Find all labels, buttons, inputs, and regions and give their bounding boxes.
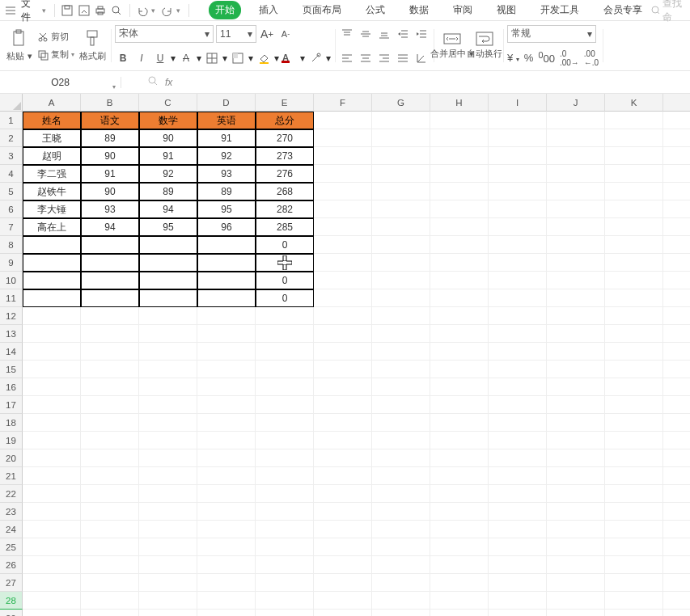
cell[interactable] <box>139 449 197 467</box>
cell[interactable] <box>605 574 663 592</box>
cell[interactable] <box>547 343 605 361</box>
cell[interactable] <box>663 485 690 503</box>
cell[interactable] <box>489 396 547 414</box>
cell[interactable] <box>430 396 489 414</box>
row-header-20[interactable]: 20 <box>0 449 23 467</box>
cell[interactable] <box>139 396 197 414</box>
cell[interactable] <box>314 129 372 147</box>
row-header-16[interactable]: 16 <box>0 378 23 396</box>
cell[interactable] <box>314 378 372 396</box>
cell[interactable] <box>314 467 372 485</box>
cell[interactable] <box>314 147 372 165</box>
cell[interactable] <box>430 307 489 325</box>
cell[interactable] <box>489 254 547 272</box>
col-header-A[interactable]: A <box>23 94 81 112</box>
cell[interactable] <box>430 538 489 556</box>
cell[interactable] <box>81 378 139 396</box>
cell[interactable] <box>605 254 663 272</box>
row-header-7[interactable]: 7 <box>0 218 23 236</box>
cell[interactable] <box>256 361 314 378</box>
cell[interactable] <box>256 343 314 361</box>
cell[interactable] <box>372 432 430 449</box>
select-all-corner[interactable] <box>0 94 23 112</box>
cell[interactable] <box>430 325 489 343</box>
cell[interactable] <box>605 361 663 378</box>
row-header-21[interactable]: 21 <box>0 467 23 485</box>
cell[interactable] <box>23 449 81 467</box>
cell[interactable] <box>430 200 489 218</box>
table-cell[interactable]: 89 <box>81 129 139 147</box>
cell[interactable] <box>81 396 139 414</box>
cell[interactable] <box>314 396 372 414</box>
cell[interactable] <box>547 200 605 218</box>
table-cell[interactable]: 91 <box>197 129 256 147</box>
table-header[interactable]: 英语 <box>197 112 256 129</box>
format-painter-button[interactable]: 格式刷 <box>78 29 107 62</box>
table-cell[interactable] <box>23 236 81 254</box>
cell[interactable] <box>547 289 605 307</box>
cell[interactable] <box>489 485 547 503</box>
name-box[interactable]: O28▾ <box>0 77 121 88</box>
table-cell[interactable]: 91 <box>139 147 197 165</box>
justify-icon[interactable] <box>395 50 411 66</box>
table-cell[interactable] <box>139 289 197 307</box>
cell[interactable] <box>197 432 256 449</box>
table-cell[interactable]: 276 <box>256 165 314 183</box>
cell[interactable] <box>547 538 605 556</box>
table-cell[interactable]: 李大锤 <box>23 200 81 218</box>
cell[interactable] <box>139 538 197 556</box>
cell[interactable] <box>372 289 430 307</box>
cell[interactable] <box>489 200 547 218</box>
cell[interactable] <box>547 218 605 236</box>
cell[interactable] <box>430 183 489 200</box>
cell[interactable] <box>489 236 547 254</box>
cell[interactable] <box>81 449 139 467</box>
table-cell[interactable] <box>197 289 256 307</box>
cell[interactable] <box>314 556 372 574</box>
redo-chevron-icon[interactable]: ▾ <box>176 6 180 15</box>
cell[interactable] <box>256 592 314 610</box>
undo-chevron-icon[interactable]: ▾ <box>151 6 155 15</box>
print-icon[interactable] <box>93 2 108 19</box>
cell[interactable] <box>256 503 314 521</box>
font-size-select[interactable]: 11▾ <box>216 25 256 43</box>
cell[interactable] <box>663 254 690 272</box>
cell[interactable] <box>430 343 489 361</box>
cell[interactable] <box>23 325 81 343</box>
col-header-D[interactable]: D <box>197 94 256 112</box>
table-cell[interactable]: 270 <box>256 129 314 147</box>
row-header-24[interactable]: 24 <box>0 521 23 538</box>
cell[interactable] <box>489 467 547 485</box>
cell[interactable] <box>372 378 430 396</box>
cell[interactable] <box>605 610 663 616</box>
cell[interactable] <box>605 556 663 574</box>
row-header-11[interactable]: 11 <box>0 289 23 307</box>
cell[interactable] <box>197 361 256 378</box>
cell[interactable] <box>139 592 197 610</box>
cell[interactable] <box>663 396 690 414</box>
cell[interactable] <box>663 521 690 538</box>
cell[interactable] <box>314 272 372 289</box>
table-cell[interactable]: 273 <box>256 147 314 165</box>
cell[interactable] <box>372 183 430 200</box>
table-cell[interactable] <box>81 236 139 254</box>
table-cell[interactable]: 90 <box>81 147 139 165</box>
cell[interactable] <box>605 538 663 556</box>
table-header[interactable]: 总分 <box>256 112 314 129</box>
cell[interactable] <box>139 485 197 503</box>
cell[interactable] <box>372 467 430 485</box>
cell[interactable] <box>139 610 197 616</box>
cell[interactable] <box>197 521 256 538</box>
cell[interactable] <box>314 432 372 449</box>
cell[interactable] <box>605 396 663 414</box>
cell[interactable] <box>605 129 663 147</box>
cell[interactable] <box>314 449 372 467</box>
cell[interactable] <box>197 467 256 485</box>
save-icon[interactable] <box>60 2 74 19</box>
tab-3[interactable]: 公式 <box>359 1 392 19</box>
cell[interactable] <box>314 538 372 556</box>
table-header[interactable]: 姓名 <box>23 112 81 129</box>
table-cell[interactable]: 96 <box>197 218 256 236</box>
cell[interactable] <box>81 556 139 574</box>
cell[interactable] <box>663 361 690 378</box>
